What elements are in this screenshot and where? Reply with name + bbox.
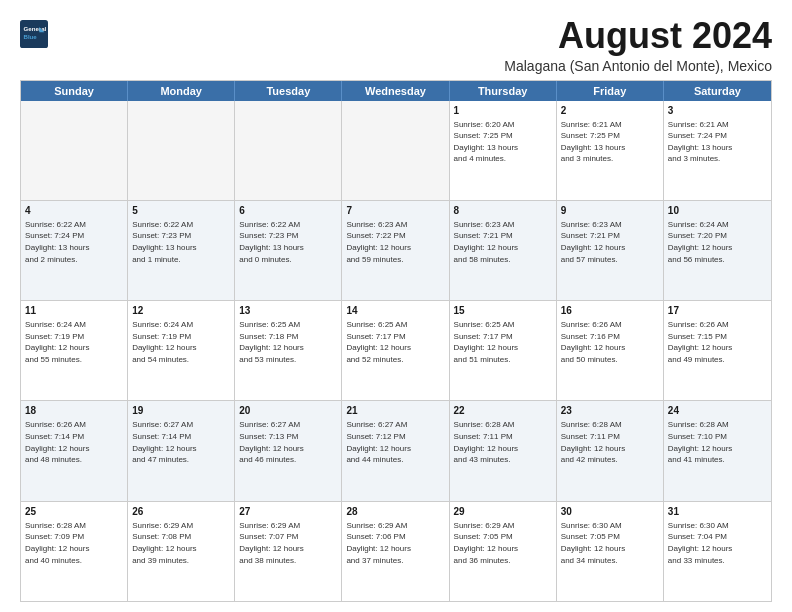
day-number: 25 — [25, 505, 123, 519]
svg-text:Blue: Blue — [24, 33, 38, 40]
day-info: Sunrise: 6:29 AMSunset: 7:08 PMDaylight:… — [132, 520, 230, 566]
day-info: Sunrise: 6:23 AMSunset: 7:21 PMDaylight:… — [561, 219, 659, 265]
day-number: 23 — [561, 404, 659, 418]
logo-icon: General Blue — [20, 20, 48, 48]
day-info: Sunrise: 6:28 AMSunset: 7:10 PMDaylight:… — [668, 419, 767, 465]
day-cell-3: 3Sunrise: 6:21 AMSunset: 7:24 PMDaylight… — [664, 101, 771, 200]
day-info: Sunrise: 6:25 AMSunset: 7:18 PMDaylight:… — [239, 319, 337, 365]
day-cell-27: 27Sunrise: 6:29 AMSunset: 7:07 PMDayligh… — [235, 502, 342, 601]
day-info: Sunrise: 6:23 AMSunset: 7:22 PMDaylight:… — [346, 219, 444, 265]
day-number: 11 — [25, 304, 123, 318]
day-cell-29: 29Sunrise: 6:29 AMSunset: 7:05 PMDayligh… — [450, 502, 557, 601]
day-cell-28: 28Sunrise: 6:29 AMSunset: 7:06 PMDayligh… — [342, 502, 449, 601]
day-cell-8: 8Sunrise: 6:23 AMSunset: 7:21 PMDaylight… — [450, 201, 557, 300]
empty-cell — [128, 101, 235, 200]
day-number: 30 — [561, 505, 659, 519]
day-cell-2: 2Sunrise: 6:21 AMSunset: 7:25 PMDaylight… — [557, 101, 664, 200]
day-number: 9 — [561, 204, 659, 218]
day-info: Sunrise: 6:22 AMSunset: 7:23 PMDaylight:… — [132, 219, 230, 265]
header-day-thursday: Thursday — [450, 81, 557, 101]
day-info: Sunrise: 6:27 AMSunset: 7:13 PMDaylight:… — [239, 419, 337, 465]
day-number: 10 — [668, 204, 767, 218]
day-info: Sunrise: 6:22 AMSunset: 7:23 PMDaylight:… — [239, 219, 337, 265]
day-info: Sunrise: 6:28 AMSunset: 7:09 PMDaylight:… — [25, 520, 123, 566]
day-number: 7 — [346, 204, 444, 218]
day-number: 29 — [454, 505, 552, 519]
calendar-week-1: 1Sunrise: 6:20 AMSunset: 7:25 PMDaylight… — [21, 101, 771, 201]
day-info: Sunrise: 6:21 AMSunset: 7:24 PMDaylight:… — [668, 119, 767, 165]
day-info: Sunrise: 6:28 AMSunset: 7:11 PMDaylight:… — [454, 419, 552, 465]
empty-cell — [21, 101, 128, 200]
day-cell-14: 14Sunrise: 6:25 AMSunset: 7:17 PMDayligh… — [342, 301, 449, 400]
day-number: 1 — [454, 104, 552, 118]
main-title: August 2024 — [504, 16, 772, 56]
subtitle: Malagana (San Antonio del Monte), Mexico — [504, 58, 772, 74]
calendar: SundayMondayTuesdayWednesdayThursdayFrid… — [20, 80, 772, 602]
day-cell-25: 25Sunrise: 6:28 AMSunset: 7:09 PMDayligh… — [21, 502, 128, 601]
header-day-sunday: Sunday — [21, 81, 128, 101]
day-cell-21: 21Sunrise: 6:27 AMSunset: 7:12 PMDayligh… — [342, 401, 449, 500]
day-cell-13: 13Sunrise: 6:25 AMSunset: 7:18 PMDayligh… — [235, 301, 342, 400]
day-cell-22: 22Sunrise: 6:28 AMSunset: 7:11 PMDayligh… — [450, 401, 557, 500]
day-number: 2 — [561, 104, 659, 118]
day-number: 24 — [668, 404, 767, 418]
header-day-wednesday: Wednesday — [342, 81, 449, 101]
day-cell-16: 16Sunrise: 6:26 AMSunset: 7:16 PMDayligh… — [557, 301, 664, 400]
day-cell-17: 17Sunrise: 6:26 AMSunset: 7:15 PMDayligh… — [664, 301, 771, 400]
header-day-tuesday: Tuesday — [235, 81, 342, 101]
day-info: Sunrise: 6:29 AMSunset: 7:06 PMDaylight:… — [346, 520, 444, 566]
day-number: 27 — [239, 505, 337, 519]
logo: General Blue — [20, 20, 48, 48]
day-cell-4: 4Sunrise: 6:22 AMSunset: 7:24 PMDaylight… — [21, 201, 128, 300]
calendar-week-2: 4Sunrise: 6:22 AMSunset: 7:24 PMDaylight… — [21, 201, 771, 301]
day-cell-6: 6Sunrise: 6:22 AMSunset: 7:23 PMDaylight… — [235, 201, 342, 300]
title-section: August 2024 Malagana (San Antonio del Mo… — [504, 16, 772, 74]
day-cell-30: 30Sunrise: 6:30 AMSunset: 7:05 PMDayligh… — [557, 502, 664, 601]
day-cell-11: 11Sunrise: 6:24 AMSunset: 7:19 PMDayligh… — [21, 301, 128, 400]
calendar-week-3: 11Sunrise: 6:24 AMSunset: 7:19 PMDayligh… — [21, 301, 771, 401]
day-number: 26 — [132, 505, 230, 519]
day-cell-20: 20Sunrise: 6:27 AMSunset: 7:13 PMDayligh… — [235, 401, 342, 500]
day-number: 6 — [239, 204, 337, 218]
day-info: Sunrise: 6:24 AMSunset: 7:19 PMDaylight:… — [25, 319, 123, 365]
day-cell-12: 12Sunrise: 6:24 AMSunset: 7:19 PMDayligh… — [128, 301, 235, 400]
day-info: Sunrise: 6:30 AMSunset: 7:04 PMDaylight:… — [668, 520, 767, 566]
day-number: 17 — [668, 304, 767, 318]
day-number: 31 — [668, 505, 767, 519]
page-header: General Blue August 2024 Malagana (San A… — [20, 16, 772, 74]
day-info: Sunrise: 6:27 AMSunset: 7:14 PMDaylight:… — [132, 419, 230, 465]
day-info: Sunrise: 6:25 AMSunset: 7:17 PMDaylight:… — [454, 319, 552, 365]
day-number: 28 — [346, 505, 444, 519]
day-number: 19 — [132, 404, 230, 418]
day-number: 13 — [239, 304, 337, 318]
day-cell-10: 10Sunrise: 6:24 AMSunset: 7:20 PMDayligh… — [664, 201, 771, 300]
day-number: 20 — [239, 404, 337, 418]
day-info: Sunrise: 6:24 AMSunset: 7:20 PMDaylight:… — [668, 219, 767, 265]
day-info: Sunrise: 6:26 AMSunset: 7:15 PMDaylight:… — [668, 319, 767, 365]
day-cell-19: 19Sunrise: 6:27 AMSunset: 7:14 PMDayligh… — [128, 401, 235, 500]
day-number: 16 — [561, 304, 659, 318]
calendar-page: General Blue August 2024 Malagana (San A… — [0, 0, 792, 612]
day-cell-18: 18Sunrise: 6:26 AMSunset: 7:14 PMDayligh… — [21, 401, 128, 500]
day-info: Sunrise: 6:21 AMSunset: 7:25 PMDaylight:… — [561, 119, 659, 165]
day-cell-5: 5Sunrise: 6:22 AMSunset: 7:23 PMDaylight… — [128, 201, 235, 300]
day-number: 3 — [668, 104, 767, 118]
day-number: 22 — [454, 404, 552, 418]
empty-cell — [235, 101, 342, 200]
calendar-week-4: 18Sunrise: 6:26 AMSunset: 7:14 PMDayligh… — [21, 401, 771, 501]
day-cell-24: 24Sunrise: 6:28 AMSunset: 7:10 PMDayligh… — [664, 401, 771, 500]
day-number: 21 — [346, 404, 444, 418]
day-info: Sunrise: 6:22 AMSunset: 7:24 PMDaylight:… — [25, 219, 123, 265]
calendar-week-5: 25Sunrise: 6:28 AMSunset: 7:09 PMDayligh… — [21, 502, 771, 601]
day-info: Sunrise: 6:28 AMSunset: 7:11 PMDaylight:… — [561, 419, 659, 465]
header-day-friday: Friday — [557, 81, 664, 101]
day-info: Sunrise: 6:26 AMSunset: 7:16 PMDaylight:… — [561, 319, 659, 365]
day-number: 15 — [454, 304, 552, 318]
day-number: 12 — [132, 304, 230, 318]
day-cell-1: 1Sunrise: 6:20 AMSunset: 7:25 PMDaylight… — [450, 101, 557, 200]
empty-cell — [342, 101, 449, 200]
day-info: Sunrise: 6:27 AMSunset: 7:12 PMDaylight:… — [346, 419, 444, 465]
day-number: 18 — [25, 404, 123, 418]
day-number: 4 — [25, 204, 123, 218]
day-number: 8 — [454, 204, 552, 218]
